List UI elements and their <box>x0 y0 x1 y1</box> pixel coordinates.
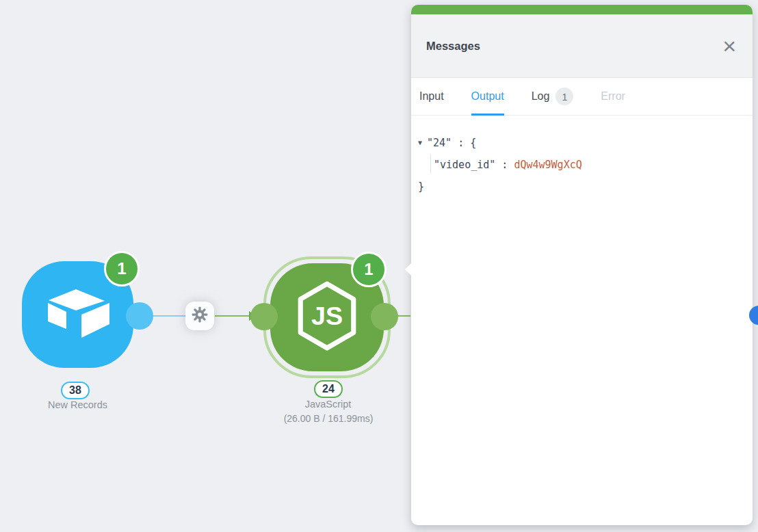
node-runtime-stats: (26.00 B / 161.99ms) <box>260 413 397 424</box>
panel-title: Messages <box>426 40 480 53</box>
tab-input[interactable]: Input <box>419 78 444 115</box>
json-close-line: } <box>418 176 753 198</box>
node-run-badge: 1 <box>104 251 140 287</box>
json-child-key: "video_id" <box>434 159 495 171</box>
node-run-badge: 1 <box>351 252 387 287</box>
json-root-line: ▼"24" : { <box>418 132 753 154</box>
panel-pointer <box>405 263 412 276</box>
output-port[interactable] <box>378 310 391 323</box>
tab-error[interactable]: Error <box>601 78 625 115</box>
panel-tabs: Input Output Log 1 Error <box>411 78 753 116</box>
output-json-viewer: ▼"24" : { "video_id" : dQw4w9WgXcQ } <box>411 116 753 198</box>
input-port[interactable] <box>257 310 271 323</box>
record-count-pill: 38 <box>61 382 90 399</box>
log-count-badge: 1 <box>556 88 573 105</box>
panel-accent-bar <box>411 5 753 14</box>
json-indent-guide <box>430 154 431 173</box>
airtable-icon <box>46 288 110 341</box>
connection-line-green <box>215 315 249 317</box>
tab-log[interactable]: Log 1 <box>532 78 574 115</box>
node-new-records[interactable]: 1 <box>22 261 133 368</box>
panel-header: Messages × <box>411 14 753 78</box>
json-close-brace: } <box>418 181 424 193</box>
output-port[interactable] <box>133 309 146 323</box>
json-separator: : <box>495 159 514 171</box>
node-label: JavaScript <box>272 399 384 410</box>
workflow-canvas[interactable]: 1 38 New Records JS 1 24 JavaScript (26.… <box>0 0 758 532</box>
json-child-value: dQw4w9WgXcQ <box>514 159 581 171</box>
nodejs-icon: JS <box>296 281 358 354</box>
record-count-pill: 24 <box>314 380 343 398</box>
tab-output[interactable]: Output <box>471 78 504 115</box>
node-label: New Records <box>22 399 133 410</box>
collapse-caret-icon[interactable]: ▼ <box>418 132 422 154</box>
node-javascript[interactable]: JS 1 <box>270 263 384 371</box>
tab-log-label: Log <box>532 90 550 103</box>
json-root-open: : { <box>452 137 476 149</box>
close-icon[interactable]: × <box>722 38 736 54</box>
svg-text:JS: JS <box>311 302 343 330</box>
messages-panel: Messages × Input Output Log 1 Error ▼"24… <box>411 5 753 525</box>
json-child-line: "video_id" : dQw4w9WgXcQ <box>418 154 753 176</box>
json-root-key: "24" <box>427 137 452 149</box>
gear-icon <box>191 306 209 326</box>
connection-settings-button[interactable] <box>185 302 214 330</box>
